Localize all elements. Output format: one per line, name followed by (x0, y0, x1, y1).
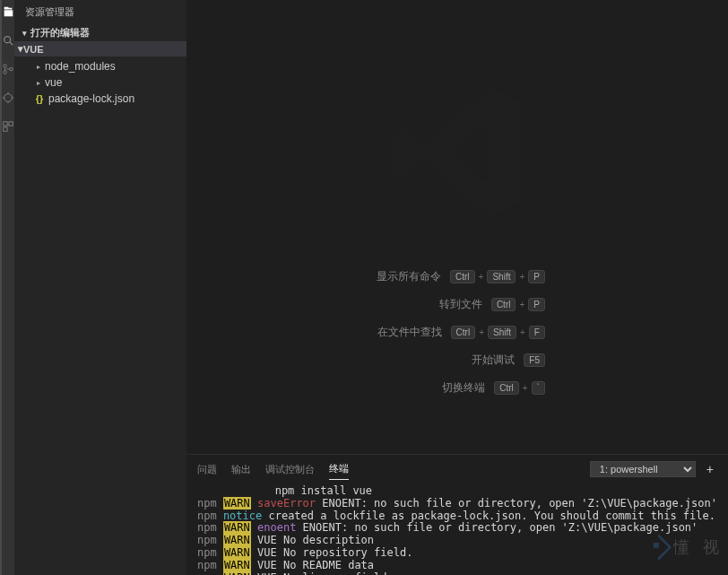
json-file-icon: {} (32, 93, 47, 104)
shortcut-row: 显示所有命令Ctrl+Shift+P (369, 269, 545, 284)
terminal-line: npm WARN VUE No README data (197, 560, 717, 572)
svg-rect-6 (4, 122, 7, 126)
shortcut-label: 开始调试 (443, 353, 515, 368)
shortcut-row: 开始调试F5 (369, 353, 545, 368)
shortcut-label: 在文件中查找 (370, 325, 442, 340)
svg-rect-8 (4, 127, 7, 131)
panel-tabs: 问题输出调试控制台终端 1: powershell + (186, 455, 728, 480)
tree-item-label: node_modules (45, 60, 116, 73)
tree-item-file[interactable]: {} package-lock.json (14, 91, 186, 107)
bottom-panel: 问题输出调试控制台终端 1: powershell + npm install … (186, 454, 728, 575)
shortcut-keys: Ctrl+` (494, 381, 545, 395)
search-icon[interactable] (2, 34, 14, 47)
shortcut-row: 在文件中查找Ctrl+Shift+F (369, 325, 545, 340)
keyboard-key: P (528, 270, 545, 283)
shortcut-row: 转到文件Ctrl+P (369, 297, 545, 312)
shortcut-keys: Ctrl+Shift+P (450, 270, 545, 283)
svg-point-4 (10, 67, 13, 71)
keyboard-key: P (528, 298, 545, 311)
file-tree: ▸ node_modules ▸ vue {} package-lock.jso… (14, 57, 186, 109)
plus-separator: + (519, 272, 524, 282)
terminal-line: npm WARN enoent ENOENT: no such file or … (197, 522, 717, 535)
terminal-output[interactable]: npm install vue npm WARN saveError ENOEN… (186, 480, 728, 575)
svg-point-0 (4, 37, 11, 43)
keyboard-key: F (529, 326, 545, 339)
watermark-text: 懂 视 (673, 538, 721, 557)
keyboard-key: Ctrl (494, 381, 519, 395)
terminal-line: npm install vue (197, 485, 717, 498)
keyboard-key: Shift (488, 326, 516, 339)
sidebar-title: 资源管理器 (14, 0, 186, 24)
keyboard-key: Shift (487, 270, 516, 283)
plus-separator: + (479, 272, 484, 282)
plus-separator: + (519, 300, 524, 309)
main-area: 显示所有命令Ctrl+Shift+P转到文件Ctrl+P在文件中查找Ctrl+S… (186, 0, 728, 575)
panel-controls: 1: powershell + (590, 461, 717, 477)
open-editors-header[interactable]: ▾ 打开的编辑器 (14, 24, 186, 41)
keyboard-key: F5 (524, 353, 545, 367)
vscode-logo-icon (377, 72, 538, 236)
svg-point-2 (4, 65, 7, 68)
panel-tab[interactable]: 问题 (197, 459, 217, 480)
shortcut-row: 切换终端Ctrl+` (369, 380, 545, 396)
svg-rect-7 (9, 122, 13, 126)
keyboard-key: ` (532, 381, 545, 395)
terminal-line: npm notice created a lockfile as package… (197, 510, 717, 523)
explorer-icon[interactable] (2, 5, 14, 18)
tree-item-folder[interactable]: ▸ vue (14, 74, 186, 91)
source-control-icon[interactable] (2, 63, 14, 75)
workspace-folder-header[interactable]: ▾ VUE (14, 41, 186, 57)
activity-bar (0, 0, 14, 575)
panel-tab[interactable]: 终端 (329, 458, 349, 480)
editor-welcome-area: 显示所有命令Ctrl+Shift+P转到文件Ctrl+P在文件中查找Ctrl+S… (186, 0, 728, 454)
plus-separator: + (520, 327, 525, 337)
plus-separator: + (479, 327, 484, 337)
new-terminal-button[interactable]: + (703, 462, 717, 476)
terminal-line: npm WARN VUE No description (197, 535, 717, 547)
explorer-sidebar: 资源管理器 ▾ 打开的编辑器 ▾ VUE ▸ node_modules ▸ vu… (14, 0, 186, 575)
shortcut-label: 显示所有命令 (369, 269, 441, 284)
terminal-selector[interactable]: 1: powershell (590, 461, 696, 477)
panel-tab[interactable]: 输出 (231, 459, 251, 480)
shortcut-keys: Ctrl+P (491, 298, 545, 311)
terminal-line: npm WARN saveError ENOENT: no such file … (197, 498, 717, 510)
welcome-shortcuts: 显示所有命令Ctrl+Shift+P转到文件Ctrl+P在文件中查找Ctrl+S… (369, 269, 545, 396)
shortcut-keys: F5 (524, 353, 545, 367)
extensions-icon[interactable] (2, 120, 14, 133)
tree-item-folder[interactable]: ▸ node_modules (14, 58, 186, 74)
keyboard-key: Ctrl (491, 298, 516, 311)
svg-point-5 (4, 94, 13, 102)
watermark: 懂 视 (648, 537, 721, 557)
svg-line-1 (10, 42, 13, 46)
chevron-down-icon: ▾ (18, 29, 30, 38)
debug-icon[interactable] (2, 91, 14, 104)
shortcut-keys: Ctrl+Shift+F (451, 326, 545, 339)
keyboard-key: Ctrl (451, 326, 476, 339)
workspace-folder-label: VUE (23, 44, 44, 55)
tree-item-label: package-lock.json (48, 92, 134, 105)
terminal-line: npm WARN VUE No license field. (197, 572, 717, 575)
keyboard-key: Ctrl (450, 270, 475, 283)
shortcut-label: 转到文件 (411, 297, 482, 312)
panel-tab[interactable]: 调试控制台 (265, 459, 315, 480)
chevron-right-icon: ▸ (32, 63, 45, 71)
shortcut-label: 切换终端 (413, 380, 485, 396)
open-editors-label: 打开的编辑器 (30, 26, 90, 39)
chevron-right-icon: ▸ (32, 79, 45, 87)
watermark-logo-icon (645, 533, 672, 561)
plus-separator: + (523, 383, 528, 393)
svg-point-3 (4, 71, 7, 74)
terminal-line: npm WARN VUE No repository field. (197, 547, 717, 560)
tree-item-label: vue (45, 76, 62, 89)
